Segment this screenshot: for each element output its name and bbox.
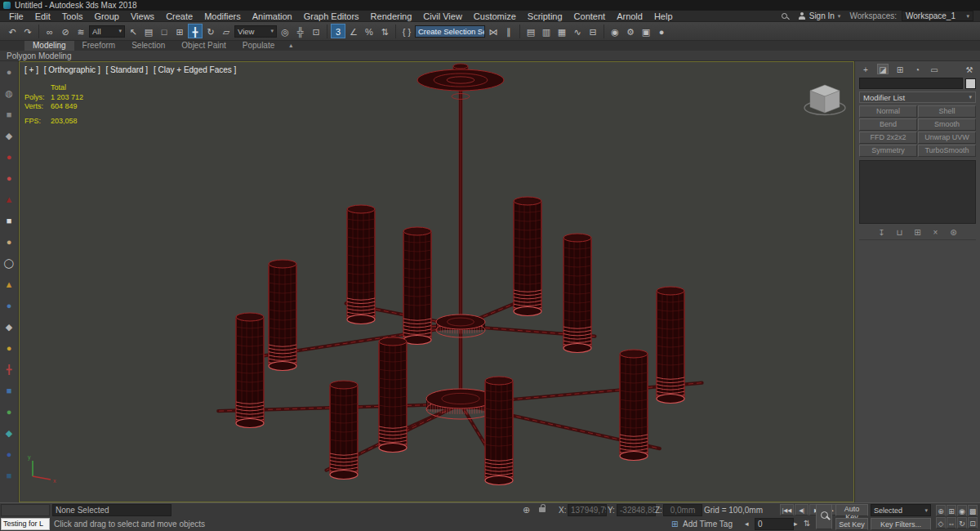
- modifier-button-symmetry[interactable]: Symmetry: [859, 145, 917, 157]
- maxscript-mini-listener[interactable]: Testing for L: [1, 518, 50, 530]
- menu-help[interactable]: Help: [648, 11, 679, 22]
- named-selection-dropdown[interactable]: Create Selection Se ▾: [415, 25, 485, 38]
- viewport-general-menu[interactable]: [ + ]: [24, 65, 38, 74]
- scene-explorer-icon[interactable]: ▤: [523, 24, 538, 38]
- modifier-button-normal[interactable]: Normal: [859, 105, 917, 118]
- zoom-all-icon[interactable]: ⊞: [947, 505, 956, 516]
- select-object-icon[interactable]: ●: [0, 61, 18, 83]
- render-setup-icon[interactable]: ⚙: [623, 24, 638, 38]
- border-mode-icon[interactable]: ●: [0, 167, 18, 189]
- modifier-button-turbosmooth[interactable]: TurboSmooth: [918, 145, 976, 157]
- zoom-extents-icon[interactable]: ◉: [957, 505, 967, 516]
- sphere-primitive-icon[interactable]: ●: [0, 231, 18, 252]
- time-tag-icon[interactable]: ⊞: [671, 520, 678, 529]
- set-key-button[interactable]: Set Key: [835, 518, 868, 530]
- percent-snap-icon[interactable]: %: [362, 24, 376, 38]
- material-editor-icon[interactable]: ◉: [608, 24, 622, 38]
- edge-mode-icon[interactable]: ●: [0, 146, 18, 167]
- tab-modeling[interactable]: Modeling: [24, 41, 74, 51]
- redo-icon[interactable]: ↷: [20, 24, 35, 38]
- cone-primitive-icon[interactable]: ▲: [0, 274, 18, 295]
- menu-edit[interactable]: Edit: [29, 11, 56, 22]
- layer-explorer-icon[interactable]: ▥: [539, 24, 554, 38]
- menu-scripting[interactable]: Scripting: [522, 11, 568, 22]
- align-icon[interactable]: ∥: [501, 24, 516, 38]
- mirror-icon[interactable]: ⋈: [486, 24, 501, 38]
- previous-frame-button[interactable]: ◀|: [795, 504, 808, 515]
- maximize-viewport-icon[interactable]: ⊡: [968, 517, 978, 529]
- sign-in-button[interactable]: Sign In ▾: [795, 11, 845, 20]
- select-by-name-icon[interactable]: ▤: [141, 24, 156, 38]
- undo-icon[interactable]: ↶: [5, 24, 20, 38]
- bind-to-space-warp-icon[interactable]: ≋: [74, 24, 88, 38]
- plane-primitive-icon[interactable]: ■: [0, 380, 18, 401]
- material-tool-icon[interactable]: ◆: [0, 422, 18, 444]
- rectangular-selection-region-icon[interactable]: □: [157, 24, 172, 38]
- cross-section-icon[interactable]: ╋: [0, 359, 18, 380]
- absolute-mode-transform-icon[interactable]: ⊕: [523, 505, 530, 515]
- modifier-list-dropdown[interactable]: Modifier List ▾: [859, 91, 976, 103]
- z-coordinate-field[interactable]: 0,0mm: [663, 504, 702, 516]
- make-unique-icon[interactable]: ⊞: [912, 228, 923, 237]
- angle-snap-icon[interactable]: ∠: [346, 24, 361, 38]
- select-and-manipulate-icon[interactable]: ╬: [293, 24, 308, 38]
- utilities-tab-icon[interactable]: ⚒: [964, 64, 975, 74]
- edit-geometry-icon[interactable]: ■: [0, 104, 18, 125]
- viewport-standard-menu[interactable]: [ Standard ]: [105, 65, 148, 74]
- curve-editor-icon[interactable]: ∿: [570, 24, 585, 38]
- modifier-stack[interactable]: [859, 160, 976, 224]
- key-mode-next-icon[interactable]: ▸: [794, 520, 798, 528]
- teapot-primitive-icon[interactable]: ◆: [0, 316, 18, 337]
- tab-populate[interactable]: Populate: [234, 41, 283, 51]
- chandelier-model[interactable]: [218, 64, 702, 485]
- rendered-frame-window-icon[interactable]: ▣: [639, 24, 653, 38]
- window-crossing-icon[interactable]: ⊞: [172, 24, 187, 38]
- foliage-icon[interactable]: ●: [0, 401, 18, 422]
- torus-primitive-icon[interactable]: ◯: [0, 252, 18, 274]
- motion-tab-icon[interactable]: ◔: [911, 64, 923, 74]
- key-filters-button[interactable]: Key Filters...: [871, 518, 931, 530]
- create-tab-icon[interactable]: +: [860, 64, 871, 74]
- menu-content[interactable]: Content: [568, 11, 612, 22]
- keyboard-shortcut-override-icon[interactable]: ⊡: [309, 24, 323, 38]
- menu-arnold[interactable]: Arnold: [611, 11, 648, 22]
- select-and-scale-icon[interactable]: ▱: [219, 24, 234, 38]
- tab-freeform[interactable]: Freeform: [74, 41, 124, 51]
- view-cube[interactable]: [804, 85, 845, 115]
- spinner-snap-icon[interactable]: ⇅: [377, 24, 392, 38]
- cylinder-primitive-icon[interactable]: ●: [0, 337, 18, 359]
- viewport[interactable]: y x [ + ] [ Orthographic ] [ Standard ] …: [19, 61, 854, 502]
- select-and-link-icon[interactable]: ∞: [42, 24, 57, 38]
- tab-selection[interactable]: Selection: [123, 41, 173, 51]
- modifier-button-smooth[interactable]: Smooth: [918, 118, 976, 131]
- select-and-rotate-icon[interactable]: ↻: [203, 24, 218, 38]
- modify-tab-icon[interactable]: ◪: [877, 64, 889, 74]
- menu-customize[interactable]: Customize: [468, 11, 522, 22]
- geosphere-primitive-icon[interactable]: ●: [0, 295, 18, 316]
- ribbon-toggle-icon[interactable]: ▦: [555, 24, 569, 38]
- menu-civil-view[interactable]: Civil View: [417, 11, 467, 22]
- reference-coordinate-dropdown[interactable]: View ▾: [234, 25, 277, 38]
- modifier-button-unwrap-uvw[interactable]: Unwrap UVW: [918, 132, 976, 144]
- field-of-view-icon[interactable]: ◇: [936, 517, 946, 529]
- y-coordinate-field[interactable]: -32848,88: [617, 504, 656, 516]
- schematic-view-icon[interactable]: ⊟: [586, 24, 600, 38]
- select-object-icon[interactable]: ↖: [126, 24, 140, 38]
- key-mode-previous-icon[interactable]: ◂: [745, 520, 749, 528]
- menu-modifiers[interactable]: Modifiers: [198, 11, 247, 22]
- menu-file[interactable]: File: [3, 11, 29, 22]
- box-primitive-icon[interactable]: ■: [0, 210, 18, 231]
- orbit-icon[interactable]: ↻: [957, 517, 967, 529]
- maxscript-mini-listener-top[interactable]: [1, 504, 50, 516]
- select-and-move-icon[interactable]: ╋: [188, 24, 203, 38]
- go-to-start-button[interactable]: |◀◀: [780, 504, 794, 515]
- menu-tools[interactable]: Tools: [56, 11, 89, 22]
- zoom-extents-all-icon[interactable]: ▩: [968, 505, 978, 516]
- show-end-result-icon[interactable]: ⊔: [894, 228, 905, 237]
- auto-key-button[interactable]: Auto Key: [835, 504, 868, 516]
- selection-filter-dropdown[interactable]: All ▾: [89, 25, 125, 38]
- menu-group[interactable]: Group: [88, 11, 125, 22]
- key-filter-selection-dropdown[interactable]: Selected ▾: [871, 504, 931, 516]
- pan-view-icon[interactable]: ⇔: [947, 517, 956, 529]
- vertex-mode-icon[interactable]: ◆: [0, 125, 18, 146]
